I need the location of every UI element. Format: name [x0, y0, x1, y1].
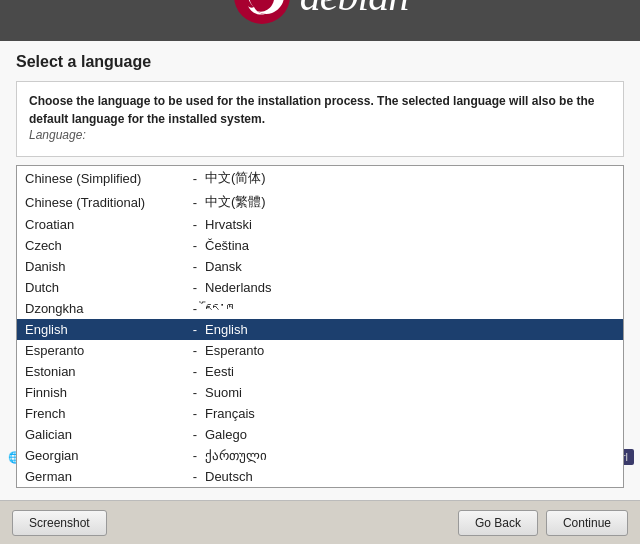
language-list-item[interactable]: Croatian-Hrvatski: [17, 214, 623, 235]
language-list-item[interactable]: German-Deutsch: [17, 466, 623, 487]
lang-native: Hrvatski: [205, 217, 615, 232]
lang-dash: -: [185, 469, 205, 484]
language-list-item[interactable]: Georgian-ქართული: [17, 445, 623, 466]
bottom-right: Go Back Continue: [458, 510, 628, 536]
page-title: Select a language: [16, 53, 624, 71]
lang-name: English: [25, 322, 185, 337]
installer-body: Select a language Choose the language to…: [0, 41, 640, 500]
lang-native: Eesti: [205, 364, 615, 379]
lang-dash: -: [185, 217, 205, 232]
lang-dash: -: [185, 280, 205, 295]
lang-native: 中文(繁體): [205, 193, 615, 211]
screenshot-button[interactable]: Screenshot: [12, 510, 107, 536]
lang-native: 中文(简体): [205, 169, 615, 187]
lang-native: ქართული: [205, 448, 615, 463]
debian-logo-text: debian: [300, 0, 408, 20]
lang-name: Chinese (Traditional): [25, 195, 185, 210]
lang-native: Deutsch: [205, 469, 615, 484]
lang-name: Danish: [25, 259, 185, 274]
lang-native: Dansk: [205, 259, 615, 274]
lang-dash: -: [185, 301, 205, 316]
lang-name: French: [25, 406, 185, 421]
lang-native: ཇོང་ཁ: [205, 301, 615, 316]
lang-name: Dutch: [25, 280, 185, 295]
description-bold: Choose the language to be used for the i…: [29, 94, 594, 126]
language-list-item[interactable]: French-Français: [17, 403, 623, 424]
go-back-button[interactable]: Go Back: [458, 510, 538, 536]
language-list-item[interactable]: Esperanto-Esperanto: [17, 340, 623, 361]
language-list-item[interactable]: Dzongkha-ཇོང་ཁ: [17, 298, 623, 319]
language-list-item[interactable]: Dutch-Nederlands: [17, 277, 623, 298]
lang-native: Galego: [205, 427, 615, 442]
lang-name: Finnish: [25, 385, 185, 400]
lang-dash: -: [185, 406, 205, 421]
lang-native: Nederlands: [205, 280, 615, 295]
debian-logo: debian: [232, 0, 408, 26]
description-text: Choose the language to be used for the i…: [29, 92, 611, 128]
lang-dash: -: [185, 448, 205, 463]
language-list-item[interactable]: Finnish-Suomi: [17, 382, 623, 403]
lang-name: Dzongkha: [25, 301, 185, 316]
language-list-item[interactable]: Estonian-Eesti: [17, 361, 623, 382]
lang-dash: -: [185, 238, 205, 253]
bottom-left: Screenshot: [12, 510, 107, 536]
bottom-bar: Screenshot Go Back Continue: [0, 500, 640, 544]
language-list-item[interactable]: Galician-Galego: [17, 424, 623, 445]
lang-name: Croatian: [25, 217, 185, 232]
lang-dash: -: [185, 427, 205, 442]
continue-button[interactable]: Continue: [546, 510, 628, 536]
lang-name: Galician: [25, 427, 185, 442]
language-list-item[interactable]: Chinese (Simplified)-中文(简体): [17, 166, 623, 190]
language-list-item[interactable]: Danish-Dansk: [17, 256, 623, 277]
language-list-container[interactable]: Chinese (Simplified)-中文(简体)Chinese (Trad…: [16, 165, 624, 488]
vm-content: debian Select a language Choose the lang…: [0, 0, 640, 443]
lang-native: Čeština: [205, 238, 615, 253]
debian-header: debian: [0, 0, 640, 41]
lang-name: Estonian: [25, 364, 185, 379]
lang-name: German: [25, 469, 185, 484]
lang-native: English: [205, 322, 615, 337]
lang-name: Georgian: [25, 448, 185, 463]
lang-dash: -: [185, 322, 205, 337]
lang-dash: -: [185, 259, 205, 274]
language-list[interactable]: Chinese (Simplified)-中文(简体)Chinese (Trad…: [17, 166, 623, 487]
lang-native: Suomi: [205, 385, 615, 400]
language-list-item[interactable]: English-English: [17, 319, 623, 340]
debian-swirl-icon: [232, 0, 292, 26]
language-list-item[interactable]: Chinese (Traditional)-中文(繁體): [17, 190, 623, 214]
lang-dash: -: [185, 385, 205, 400]
lang-name: Chinese (Simplified): [25, 171, 185, 186]
lang-name: Esperanto: [25, 343, 185, 358]
lang-dash: -: [185, 343, 205, 358]
lang-name: Czech: [25, 238, 185, 253]
lang-dash: -: [185, 171, 205, 186]
lang-dash: -: [185, 195, 205, 210]
installer-area: debian Select a language Choose the lang…: [0, 0, 640, 544]
lang-native: Esperanto: [205, 343, 615, 358]
description-box: Choose the language to be used for the i…: [16, 81, 624, 157]
language-list-item[interactable]: Czech-Čeština: [17, 235, 623, 256]
lang-native: Français: [205, 406, 615, 421]
lang-dash: -: [185, 364, 205, 379]
language-label: Language:: [29, 128, 611, 142]
